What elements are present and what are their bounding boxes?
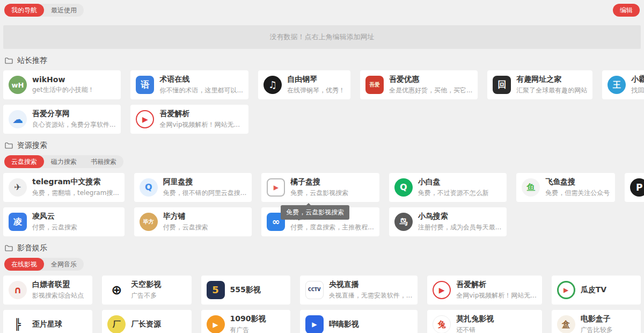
- site-meta: 小霸王 找回童年: [631, 75, 644, 95]
- site-title: 凌风云: [32, 212, 119, 221]
- site-card[interactable]: ▶ 吾爱解析 全网vip视频解析！网站无...: [427, 276, 542, 305]
- site-description: 付费，度盘搜索，主推教程...: [290, 223, 374, 232]
- section: 影音娱乐 在线影视全网音乐 ∩ 白嫖者联盟 影视搜索综合站点 ⊕ 天空影视 广告…: [0, 243, 644, 333]
- bifangpu-icon: 毕方: [140, 213, 158, 231]
- telegram-search-icon: ✈: [9, 178, 27, 197]
- site-description: 良心资源站，免费分享软件...: [32, 120, 115, 129]
- section-tab[interactable]: 书籍搜索: [84, 155, 123, 168]
- 52share-icon: ☁: [9, 110, 27, 128]
- site-meta: 飞鱼盘搜 免费，但需关注公众号: [545, 177, 610, 198]
- site-title: 央视直播: [329, 280, 412, 289]
- site-card[interactable]: ♫ 自由钢琴 在线弹钢琴，优秀！: [258, 70, 350, 99]
- section-tabs: 在线影视全网音乐: [4, 258, 640, 271]
- site-title: 小白盘: [418, 177, 501, 187]
- site-description: 付费，云盘搜索: [163, 223, 246, 232]
- site-title: 厂长资源: [131, 320, 186, 329]
- site-meta: 阿里盘搜 免费，很不错的阿里云盘搜...: [163, 177, 246, 198]
- site-card[interactable]: ∩ 白嫖者联盟 影视搜索综合站点: [3, 276, 92, 305]
- section-tab-active[interactable]: 在线影视: [4, 258, 44, 271]
- site-description: 还不错: [456, 325, 537, 333]
- site-meta: 天空影视 广告不多: [131, 280, 186, 300]
- site-description: get生活中的小技能！: [32, 85, 115, 95]
- site-card[interactable]: ✈ telegram中文搜索 免费，需翻墙，telegram搜...: [3, 173, 125, 202]
- site-card[interactable]: 凌 凌风云 付费，云盘搜索: [3, 207, 125, 236]
- site-card[interactable]: 厂 厂长资源: [102, 310, 191, 333]
- section-tab[interactable]: 磁力搜索: [44, 155, 84, 168]
- site-meta: 厂长资源: [131, 320, 186, 329]
- site-card[interactable]: ▶ 1090影视 有广告: [201, 310, 290, 333]
- site-description: 找回童年: [631, 86, 644, 95]
- mozhatu-icon: 兔: [433, 315, 451, 333]
- juzi-pansou-icon: ▶: [267, 178, 285, 197]
- site-meta: 电影盒子 广告比较多: [581, 314, 635, 333]
- site-card[interactable]: CCTV 央视直播 央视直播，无需安装软件，...: [300, 276, 418, 305]
- site-meta: 央视直播 央视直播，无需安装软件，...: [329, 280, 412, 300]
- site-card[interactable]: ▶ 橘子盘搜 免费，云盘影视搜索 免费，云盘影视搜索: [261, 173, 379, 202]
- site-meta: 瓜皮TV: [581, 285, 635, 295]
- site-meta: 吾爱分享网 良心资源站，免费分享软件...: [32, 109, 115, 129]
- feiyu-pansou-icon: 鱼: [522, 178, 540, 197]
- lingfengyun-icon: 凌: [9, 213, 27, 231]
- site-card[interactable]: 毕方 毕方铺 付费，云盘搜索: [134, 207, 252, 236]
- site-title: 莫扎兔影视: [456, 314, 537, 324]
- site-meta: wikHow get生活中的小技能！: [32, 75, 115, 95]
- site-description: 你不懂的术语，这里都可以...: [159, 86, 243, 95]
- site-card[interactable]: 回 有趣网址之家 汇聚了全球最有趣的网站: [487, 70, 592, 99]
- site-meta: telegram中文搜索 免费，需翻墙，telegram搜...: [32, 177, 119, 198]
- empty-data-text: 没有数据！点右上角编辑添加网址: [270, 32, 375, 42]
- site-card[interactable]: 鱼 飞鱼盘搜 免费，但需关注公众号: [516, 173, 615, 202]
- nav-tab[interactable]: 最近使用: [44, 4, 84, 17]
- site-card[interactable]: 王 小霸王 找回童年: [602, 70, 644, 99]
- site-title: 小霸王: [631, 75, 644, 84]
- site-title: 吾爱解析: [456, 280, 537, 289]
- section-grid: ✈ telegram中文搜索 免费，需翻墙，telegram搜... Q 阿里盘…: [3, 173, 641, 236]
- folder-icon: [5, 142, 13, 149]
- xiaobawang-icon: 王: [608, 76, 626, 94]
- nav-tab-active[interactable]: 我的导航: [4, 4, 44, 17]
- site-card[interactable]: 5 555影视: [201, 276, 290, 305]
- site-title: telegram中文搜索: [32, 177, 119, 187]
- nav-tab-group: 我的导航最近使用: [4, 4, 84, 17]
- site-meta: 橘子盘搜 免费，云盘影视搜索: [290, 177, 374, 198]
- section-tabs: 云盘搜索磁力搜索书籍搜索: [4, 155, 640, 168]
- site-card[interactable]: ▶ 吾爱解析 全网vip视频解析！网站无...: [130, 105, 248, 134]
- section: 资源搜索 云盘搜索磁力搜索书籍搜索 ✈ telegram中文搜索 免费，需翻墙，…: [0, 141, 644, 236]
- site-description: 免费，不过资源不怎么新: [418, 189, 501, 198]
- site-card[interactable]: ╠ 歪片星球: [3, 310, 92, 333]
- site-card[interactable]: wH wikHow get生活中的小技能！: [3, 70, 121, 99]
- xiaobaipan-icon: Q: [394, 178, 413, 197]
- site-card[interactable]: ⊕ 天空影视 广告不多: [102, 276, 191, 305]
- site-card[interactable]: 鸟 小鸟搜索 注册付费，成为会员每天最...: [389, 207, 507, 236]
- section-tab-active[interactable]: 云盘搜索: [4, 155, 44, 168]
- fun-websites-icon: 回: [493, 76, 511, 94]
- 52jiexi-icon: ▶: [136, 110, 154, 128]
- ali-pansou-icon: Q: [140, 178, 158, 197]
- site-card[interactable]: ▶ 瓜皮TV: [552, 276, 641, 305]
- edit-button[interactable]: 编辑: [613, 4, 640, 17]
- site-title: 小鸟搜索: [418, 212, 501, 221]
- site-description: 汇聚了全球最有趣的网站: [516, 86, 587, 95]
- site-title: 自由钢琴: [287, 75, 345, 84]
- site-card[interactable]: 兔 莫扎兔影视 还不错: [427, 310, 542, 333]
- site-card[interactable]: 吾爱 吾爱优惠 全是优惠好货，买他，买它...: [360, 70, 478, 99]
- top-bar: 我的导航最近使用 编辑: [0, 0, 644, 17]
- bidi-yingshi-icon: ▶: [305, 315, 324, 333]
- site-description: 注册付费，成为会员每天最...: [418, 223, 501, 232]
- section-grid: ∩ 白嫖者联盟 影视搜索综合站点 ⊕ 天空影视 广告不多 5 555影视 CCT…: [3, 276, 641, 333]
- site-card[interactable]: P 盘他 免费，需关注公众号获取口...: [625, 173, 644, 202]
- site-card[interactable]: ☁ 吾爱分享网 良心资源站，免费分享软件...: [3, 105, 121, 134]
- site-card[interactable]: 语 术语在线 你不懂的术语，这里都可以...: [130, 70, 248, 99]
- site-meta: 有趣网址之家 汇聚了全球最有趣的网站: [516, 75, 587, 95]
- section-header: 影音娱乐: [0, 243, 644, 253]
- site-card[interactable]: Q 小白盘 免费，不过资源不怎么新: [389, 173, 507, 202]
- site-title: 电影盒子: [581, 314, 635, 324]
- section-tab[interactable]: 全网音乐: [44, 258, 84, 271]
- site-meta: 吾爱优惠 全是优惠好货，买他，买它...: [389, 75, 472, 95]
- xiaoniao-search-icon: 鸟: [394, 213, 413, 231]
- site-card[interactable]: ▶ 哔嘀影视: [300, 310, 418, 333]
- site-card[interactable]: 盒 电影盒子 广告比较多: [552, 310, 641, 333]
- site-title: 吾爱分享网: [32, 109, 115, 119]
- site-card[interactable]: Q 阿里盘搜 免费，很不错的阿里云盘搜...: [134, 173, 252, 202]
- tiankong-yingshi-icon: ⊕: [107, 281, 126, 299]
- site-title: 吾爱优惠: [389, 75, 472, 84]
